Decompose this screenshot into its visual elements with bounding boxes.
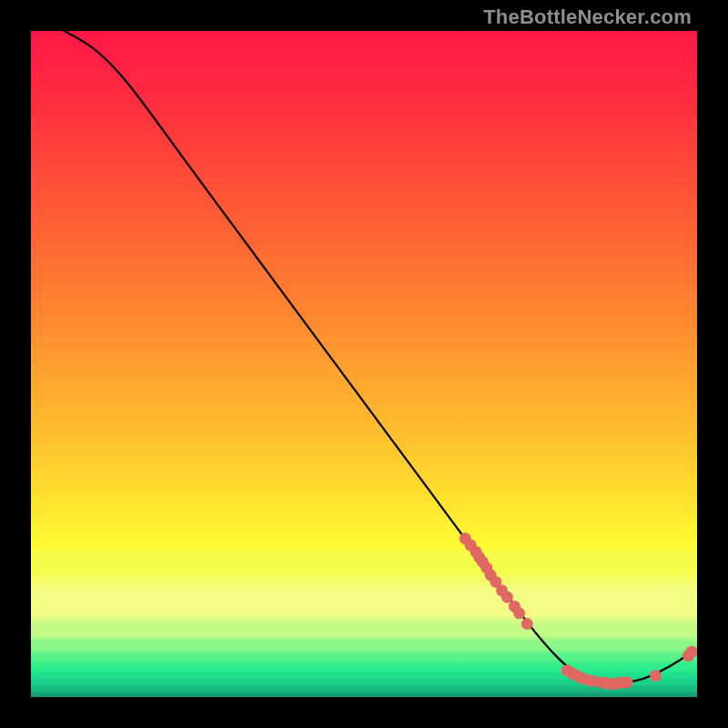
data-point-marker (513, 607, 525, 619)
gradient-background (31, 31, 697, 697)
data-point-marker (501, 592, 513, 603)
data-point-marker (686, 646, 697, 658)
data-point-marker (521, 618, 533, 630)
chart-svg (31, 31, 697, 697)
data-point-marker (650, 670, 662, 682)
watermark-text: TheBottleNecker.com (483, 5, 692, 29)
data-point-marker (622, 676, 633, 688)
plot-area (31, 31, 697, 697)
chart-container: TheBottleNecker.com (0, 0, 728, 728)
